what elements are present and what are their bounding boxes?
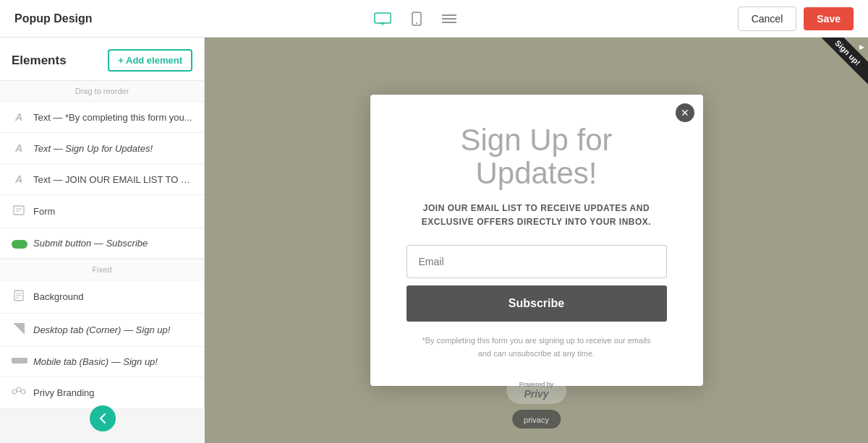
main-layout: Elements + Add element Drag to reorder A… xyxy=(0,38,868,443)
corner-tab[interactable]: Sign up! ▶ xyxy=(810,38,868,95)
toggle-icon xyxy=(12,238,26,249)
form-icon xyxy=(12,205,26,218)
drag-label: Drag to reorder xyxy=(0,81,204,102)
popup-disclaimer: *By completing this form you are signing… xyxy=(407,335,667,360)
menu-button[interactable] xyxy=(438,9,461,28)
svg-rect-0 xyxy=(375,13,391,23)
privy-branding: Powered by Privy privacy xyxy=(506,377,567,429)
privy-brand-name: Privy xyxy=(519,388,554,400)
sidebar-item-label: Background xyxy=(33,291,192,302)
powered-by-label: Powered by xyxy=(519,381,554,388)
brand-icon xyxy=(12,387,26,399)
topbar-actions: Cancel Save xyxy=(738,7,854,31)
sidebar-item-submit[interactable]: Submit button — Subscribe xyxy=(0,228,204,259)
text-icon: A xyxy=(12,173,26,185)
mobile-view-button[interactable] xyxy=(407,7,426,30)
device-switcher xyxy=(370,7,461,30)
sidebar-item-background[interactable]: Background xyxy=(0,280,204,314)
sidebar-item-label: Desktop tab (Corner) — Sign up! xyxy=(33,324,192,335)
popup-modal: ✕ Sign Up for Updates! JOIN OUR EMAIL LI… xyxy=(370,95,703,387)
svg-point-19 xyxy=(21,390,25,394)
subscribe-button[interactable]: Subscribe xyxy=(407,285,667,322)
text-icon: A xyxy=(12,142,26,154)
sidebar-item-label: Text — *By completing this form you... xyxy=(33,112,192,123)
popup-close-button[interactable]: ✕ xyxy=(676,103,694,122)
corner-icon xyxy=(12,323,26,337)
page-icon xyxy=(12,290,26,304)
sidebar: Elements + Add element Drag to reorder A… xyxy=(0,38,205,409)
privacy-link[interactable]: privacy xyxy=(512,410,561,429)
popup-subtitle: JOIN OUR EMAIL LIST TO RECEIVE UPDATES A… xyxy=(407,202,667,229)
sidebar-item-form[interactable]: Form xyxy=(0,195,204,228)
sidebar-item-label: Text — JOIN OUR EMAIL LIST TO REC... xyxy=(33,174,192,185)
corner-tab-arrow: ▶ xyxy=(859,43,864,51)
sidebar-item-mobile-tab[interactable]: Mobile tab (Basic) — Sign up! xyxy=(0,347,204,377)
save-button[interactable]: Save xyxy=(804,7,854,30)
sidebar-item-label: Mobile tab (Basic) — Sign up! xyxy=(33,356,192,367)
sidebar-header: Elements + Add element xyxy=(0,38,204,81)
sidebar-item-label: Form xyxy=(33,206,192,217)
sidebar-item-label: Privy Branding xyxy=(33,387,192,398)
sidebar-item-label: Submit button — Subscribe xyxy=(33,238,192,249)
svg-point-4 xyxy=(416,22,417,24)
sidebar-item-label: Text — Sign Up for Updates! xyxy=(33,143,192,154)
popup-title: Sign Up for Updates! xyxy=(407,124,667,190)
svg-point-17 xyxy=(12,390,17,394)
text-icon: A xyxy=(12,111,26,123)
sidebar-item-text-1[interactable]: A Text — *By completing this form you... xyxy=(0,102,204,133)
svg-point-18 xyxy=(17,387,21,392)
sidebar-item-privy-branding[interactable]: Privy Branding xyxy=(0,377,204,409)
canvas: Sign up! ▶ ✕ Sign Up for Updates! JOIN O… xyxy=(205,38,868,443)
sidebar-title: Elements xyxy=(12,53,67,68)
sidebar-item-desktop-tab[interactable]: Desktop tab (Corner) — Sign up! xyxy=(0,314,204,347)
fixed-label: Fixed xyxy=(0,259,204,280)
svg-marker-15 xyxy=(13,323,25,335)
privy-logo: Powered by Privy xyxy=(506,377,567,404)
sidebar-item-text-2[interactable]: A Text — Sign Up for Updates! xyxy=(0,133,204,164)
topbar: Popup Design Cancel Save xyxy=(0,0,868,38)
privacy-label: privacy xyxy=(524,416,549,424)
svg-rect-16 xyxy=(12,358,27,364)
cancel-button[interactable]: Cancel xyxy=(738,7,797,31)
page-title: Popup Design xyxy=(14,12,93,25)
sidebar-item-text-3[interactable]: A Text — JOIN OUR EMAIL LIST TO REC... xyxy=(0,164,204,195)
add-element-button[interactable]: + Add element xyxy=(108,49,192,72)
email-input[interactable] xyxy=(407,245,667,278)
mobile-tab-icon xyxy=(12,356,26,367)
svg-rect-8 xyxy=(14,206,24,215)
desktop-view-button[interactable] xyxy=(370,8,396,30)
back-button[interactable] xyxy=(90,405,116,431)
